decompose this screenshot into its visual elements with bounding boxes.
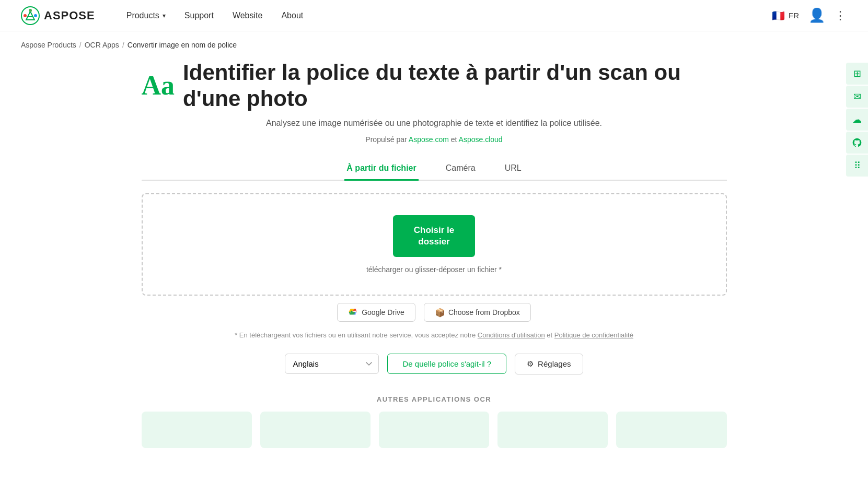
- other-app-card-4[interactable]: [497, 412, 608, 448]
- other-app-card-3[interactable]: [379, 412, 489, 448]
- github-icon: [852, 137, 862, 148]
- sidebar-github-button[interactable]: [846, 132, 868, 154]
- privacy-link[interactable]: Politique de confidentialité: [554, 331, 633, 339]
- settings-label: Réglages: [538, 359, 571, 368]
- google-drive-icon: [348, 308, 357, 317]
- disclaimer: * En téléchargeant vos fichiers ou en ut…: [142, 331, 727, 339]
- choose-file-button[interactable]: Choisir le dossier: [393, 215, 475, 257]
- tab-camera[interactable]: Caméra: [444, 158, 478, 181]
- disclaimer-text-before: * En téléchargeant vos fichiers ou en ut…: [235, 331, 478, 339]
- chevron-down-icon: ▾: [163, 12, 166, 19]
- disclaimer-et: et: [545, 331, 554, 339]
- aspose-cloud-link[interactable]: Aspose.cloud: [459, 135, 503, 144]
- terms-link[interactable]: Conditions d'utilisation: [478, 331, 545, 339]
- language-selector[interactable]: 🇫🇷 FR: [771, 8, 799, 23]
- hero-icon-text: Aa: [142, 72, 175, 99]
- svg-point-3: [29, 9, 32, 12]
- sidebar-table-button[interactable]: ⊞: [846, 63, 868, 85]
- powered-by: Propulsé par Aspose.com et Aspose.cloud: [142, 135, 727, 144]
- lang-code: FR: [789, 11, 799, 20]
- sidebar-grid-button[interactable]: ⠿: [846, 155, 868, 177]
- upload-dropzone[interactable]: Choisir le dossier télécharger ou glisse…: [142, 193, 727, 296]
- google-drive-button[interactable]: Google Drive: [337, 303, 415, 322]
- nav-support-label: Support: [184, 11, 214, 20]
- logo-link[interactable]: ASPOSE: [21, 6, 95, 25]
- dropbox-button[interactable]: 📦 Choose from Dropbox: [424, 303, 531, 322]
- other-apps-row: [142, 412, 727, 448]
- breadcrumb-ocr-apps[interactable]: OCR Apps: [85, 41, 119, 49]
- controls-row: Anglais Français Espagnol Allemand Chino…: [142, 354, 727, 374]
- nav-about-label: About: [281, 11, 303, 20]
- flag-icon: 🇫🇷: [771, 8, 785, 23]
- hero-section: Aa Identifier la police du texte à parti…: [142, 60, 727, 112]
- breadcrumb-sep-2: /: [122, 41, 124, 49]
- other-app-card-2[interactable]: [260, 412, 371, 448]
- user-icon[interactable]: 👤: [808, 7, 825, 24]
- svg-marker-6: [350, 312, 355, 314]
- dropbox-label: Choose from Dropbox: [448, 308, 520, 317]
- upload-section: Choisir le dossier télécharger ou glisse…: [142, 193, 727, 322]
- hero-subtitle: Analysez une image numérisée ou une phot…: [142, 119, 727, 128]
- sidebar-cloud-button[interactable]: ☁: [846, 109, 868, 131]
- breadcrumb-products[interactable]: Aspose Products: [21, 41, 76, 49]
- dropbox-icon: 📦: [435, 308, 444, 317]
- breadcrumb-sep-1: /: [79, 41, 82, 49]
- page-title: Identifier la police du texte à partir d…: [183, 60, 726, 112]
- sidebar-right: ⊞ ✉ ☁ ⠿: [846, 63, 868, 178]
- svg-point-1: [24, 14, 27, 17]
- other-app-card-5[interactable]: [616, 412, 726, 448]
- other-apps-title: AUTRES APPLICATIONS OCR: [142, 395, 727, 403]
- nav-website[interactable]: Website: [233, 11, 263, 20]
- font-query-button[interactable]: De quelle police s'agit-il ?: [387, 354, 506, 374]
- nav-products-label: Products: [126, 11, 159, 20]
- upload-tabs: À partir du fichier Caméra URL: [142, 158, 727, 181]
- powered-et: et: [449, 135, 459, 144]
- language-dropdown[interactable]: Anglais Français Espagnol Allemand Chino…: [285, 354, 379, 374]
- nav-products[interactable]: Products ▾: [126, 11, 166, 20]
- svg-point-2: [34, 14, 37, 17]
- upload-btn-line1: Choisir le: [414, 225, 454, 235]
- tab-url[interactable]: URL: [503, 158, 524, 181]
- navbar: ASPOSE Products ▾ Support Website About …: [0, 0, 868, 31]
- nav-website-label: Website: [233, 11, 263, 20]
- nav-support[interactable]: Support: [184, 11, 214, 20]
- upload-btn-line2: dossier: [418, 237, 449, 247]
- google-drive-label: Google Drive: [362, 308, 404, 317]
- aspose-logo-icon: [21, 6, 40, 25]
- hero-icon: Aa: [142, 67, 175, 104]
- more-options-icon[interactable]: ⋮: [835, 9, 847, 22]
- nav-right: 🇫🇷 FR 👤 ⋮: [771, 7, 847, 24]
- breadcrumb: Aspose Products / OCR Apps / Convertir i…: [0, 31, 868, 49]
- main-content: Aa Identifier la police du texte à parti…: [121, 49, 748, 479]
- cloud-buttons: Google Drive 📦 Choose from Dropbox: [142, 303, 727, 322]
- nav-links: Products ▾ Support Website About: [126, 11, 771, 20]
- sidebar-email-button[interactable]: ✉: [846, 86, 868, 108]
- aspose-com-link[interactable]: Aspose.com: [409, 135, 449, 144]
- other-app-card-1[interactable]: [142, 412, 252, 448]
- gear-icon: ⚙: [527, 359, 534, 369]
- upload-hint: télécharger ou glisser-déposer un fichie…: [366, 265, 502, 274]
- logo-text: ASPOSE: [44, 9, 95, 22]
- breadcrumb-current: Convertir image en nom de police: [128, 41, 237, 49]
- powered-label: Propulsé par: [365, 135, 409, 144]
- settings-button[interactable]: ⚙ Réglages: [515, 354, 583, 374]
- nav-about[interactable]: About: [281, 11, 303, 20]
- tab-file[interactable]: À partir du fichier: [344, 158, 418, 181]
